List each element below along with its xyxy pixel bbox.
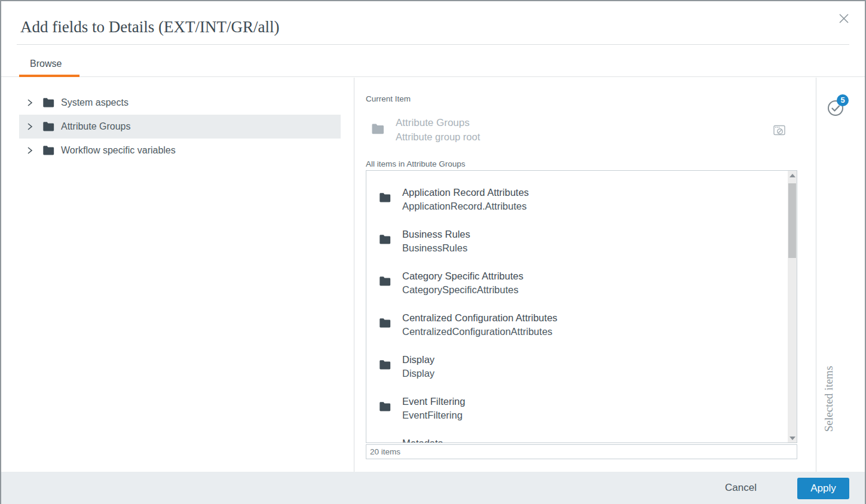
- folder-icon: [42, 144, 55, 157]
- active-tab-indicator: [19, 75, 79, 77]
- item-name: Event Filtering: [402, 395, 465, 408]
- chevron-right-icon[interactable]: [25, 98, 35, 107]
- list-item[interactable]: Centralized Configuration AttributesCent…: [366, 311, 788, 352]
- folder-icon: [378, 358, 391, 371]
- current-item-name: Attribute Groups: [396, 117, 470, 129]
- item-name: Centralized Configuration Attributes: [402, 311, 558, 325]
- item-name: Category Specific Attributes: [402, 269, 524, 283]
- item-name: Business Rules: [402, 228, 470, 241]
- apply-button[interactable]: Apply: [797, 478, 849, 499]
- folder-icon: [378, 233, 391, 246]
- panel-divider-right: [816, 78, 816, 472]
- current-item-description: Attribute group root: [396, 131, 480, 143]
- items-list-viewport: Application Record AttributesApplication…: [366, 185, 788, 443]
- category-tree: System aspects Attribute Groups Workflow…: [19, 91, 341, 162]
- folder-icon: [371, 122, 385, 136]
- item-id: ApplicationRecord.Attributes: [402, 199, 529, 213]
- list-item[interactable]: Category Specific AttributesCategorySpec…: [366, 269, 788, 311]
- item-id: BusinessRules: [402, 241, 470, 255]
- tree-item-label: System aspects: [61, 97, 128, 108]
- selected-items-tab[interactable]: Selected items: [822, 354, 850, 444]
- list-item[interactable]: Business RulesBusinessRules: [366, 227, 788, 269]
- item-name: Metadata: [402, 437, 443, 443]
- items-count: 20 items: [366, 444, 797, 459]
- current-item-label: Current Item: [366, 94, 411, 103]
- list-scrollbar[interactable]: [788, 171, 797, 442]
- item-id: Display: [402, 367, 434, 380]
- folder-icon: [378, 400, 391, 413]
- dialog-title: Add fields to Details (EXT/INT/GR/all): [20, 18, 279, 36]
- list-item[interactable]: Event FilteringEventFiltering: [366, 394, 788, 436]
- tab-browse[interactable]: Browse: [19, 55, 72, 77]
- close-icon[interactable]: [837, 12, 850, 25]
- scrollbar-thumb[interactable]: [788, 183, 796, 258]
- folder-icon: [378, 191, 391, 204]
- folder-icon: [42, 96, 55, 109]
- list-item[interactable]: DisplayDisplay: [366, 352, 788, 394]
- add-to-selection-disabled-icon[interactable]: [773, 124, 786, 137]
- chevron-right-icon[interactable]: [25, 146, 35, 155]
- item-name: Application Record Attributes: [402, 186, 529, 199]
- item-id: CentralizedConfigurationAttributes: [402, 325, 558, 339]
- tree-item-workflow-variables[interactable]: Workflow specific variables: [19, 139, 341, 162]
- cancel-button[interactable]: Cancel: [714, 477, 767, 499]
- selected-count-badge[interactable]: 5: [837, 94, 849, 106]
- folder-icon: [378, 316, 391, 330]
- folder-icon: [378, 442, 391, 443]
- panel-divider-left: [354, 78, 354, 472]
- tree-item-attribute-groups[interactable]: Attribute Groups: [19, 115, 341, 139]
- scrollbar-up-arrow-icon[interactable]: [788, 171, 797, 180]
- add-fields-dialog: Add fields to Details (EXT/INT/GR/all) B…: [0, 0, 866, 504]
- folder-icon: [378, 275, 391, 288]
- item-id: EventFiltering: [402, 408, 465, 422]
- header-divider: [17, 44, 849, 45]
- folder-icon: [42, 120, 55, 133]
- tree-item-system-aspects[interactable]: System aspects: [19, 91, 341, 115]
- chevron-right-icon[interactable]: [25, 122, 35, 131]
- tabbar-divider: [1, 76, 865, 77]
- all-items-label: All items in Attribute Groups: [366, 159, 466, 168]
- tree-item-label: Attribute Groups: [61, 121, 131, 132]
- list-item[interactable]: Application Record AttributesApplication…: [366, 185, 788, 227]
- item-id: CategorySpecificAttributes: [402, 283, 524, 297]
- tree-item-label: Workflow specific variables: [61, 145, 176, 156]
- items-list: Application Record AttributesApplication…: [366, 170, 797, 443]
- scrollbar-down-arrow-icon[interactable]: [788, 433, 797, 442]
- item-name: Display: [402, 353, 434, 367]
- list-item[interactable]: Metadata: [366, 436, 788, 443]
- dialog-footer: Cancel Apply: [1, 472, 865, 504]
